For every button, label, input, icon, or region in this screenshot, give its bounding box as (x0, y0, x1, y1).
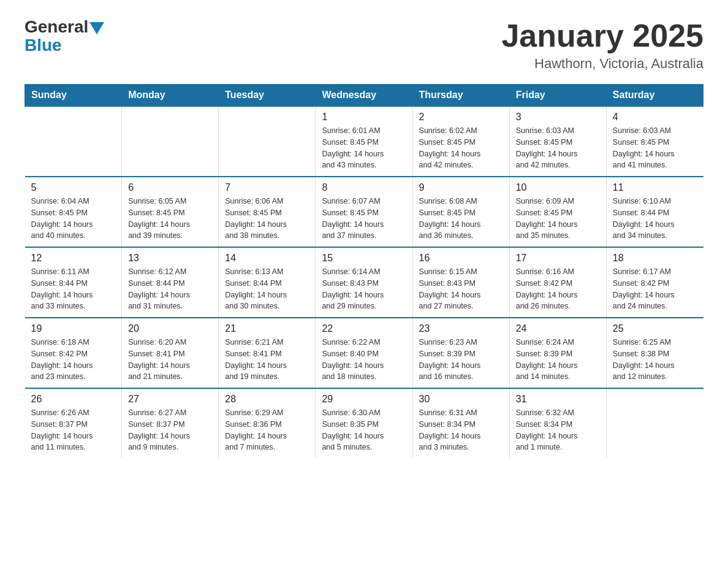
calendar-cell: 13Sunrise: 6:12 AMSunset: 8:44 PMDayligh… (122, 247, 219, 318)
day-number: 31 (516, 394, 600, 405)
day-info: Sunrise: 6:02 AMSunset: 8:45 PMDaylight:… (419, 125, 503, 171)
day-number: 13 (128, 253, 212, 264)
calendar-cell: 28Sunrise: 6:29 AMSunset: 8:36 PMDayligh… (219, 388, 316, 458)
day-number: 14 (225, 253, 309, 264)
calendar-cell: 10Sunrise: 6:09 AMSunset: 8:45 PMDayligh… (509, 177, 606, 247)
calendar-cell: 4Sunrise: 6:03 AMSunset: 8:45 PMDaylight… (606, 106, 703, 177)
day-number: 26 (31, 394, 116, 405)
day-info: Sunrise: 6:13 AMSunset: 8:44 PMDaylight:… (225, 266, 309, 312)
day-number: 11 (613, 182, 697, 193)
day-info: Sunrise: 6:24 AMSunset: 8:39 PMDaylight:… (516, 337, 600, 383)
day-info: Sunrise: 6:08 AMSunset: 8:45 PMDaylight:… (419, 196, 503, 242)
calendar-week-row: 12Sunrise: 6:11 AMSunset: 8:44 PMDayligh… (25, 247, 703, 318)
calendar-header: SundayMondayTuesdayWednesdayThursdayFrid… (25, 85, 703, 107)
calendar-week-row: 5Sunrise: 6:04 AMSunset: 8:45 PMDaylight… (25, 177, 703, 247)
day-info: Sunrise: 6:05 AMSunset: 8:45 PMDaylight:… (128, 196, 212, 242)
day-number: 7 (225, 182, 309, 193)
day-info: Sunrise: 6:32 AMSunset: 8:34 PMDaylight:… (516, 407, 600, 453)
header-cell-wednesday: Wednesday (316, 85, 412, 107)
day-number: 20 (128, 323, 212, 334)
header-cell-sunday: Sunday (25, 85, 122, 107)
calendar-cell: 5Sunrise: 6:04 AMSunset: 8:45 PMDaylight… (25, 177, 122, 247)
header-cell-tuesday: Tuesday (219, 85, 316, 107)
header-cell-friday: Friday (509, 85, 606, 107)
day-info: Sunrise: 6:03 AMSunset: 8:45 PMDaylight:… (613, 125, 697, 171)
day-info: Sunrise: 6:29 AMSunset: 8:36 PMDaylight:… (225, 407, 309, 453)
day-info: Sunrise: 6:16 AMSunset: 8:42 PMDaylight:… (516, 266, 600, 312)
day-number: 5 (31, 182, 116, 193)
day-number: 2 (419, 112, 503, 123)
day-info: Sunrise: 6:21 AMSunset: 8:41 PMDaylight:… (225, 337, 309, 383)
header-row: SundayMondayTuesdayWednesdayThursdayFrid… (25, 85, 703, 107)
page-subtitle: Hawthorn, Victoria, Australia (501, 56, 703, 72)
calendar-cell: 22Sunrise: 6:22 AMSunset: 8:40 PMDayligh… (316, 318, 412, 388)
calendar-table: SundayMondayTuesdayWednesdayThursdayFrid… (25, 84, 703, 458)
header-cell-saturday: Saturday (606, 85, 703, 107)
day-number: 9 (419, 182, 503, 193)
day-info: Sunrise: 6:25 AMSunset: 8:38 PMDaylight:… (613, 337, 697, 383)
day-number: 27 (128, 394, 212, 405)
calendar-cell: 24Sunrise: 6:24 AMSunset: 8:39 PMDayligh… (509, 318, 606, 388)
day-info: Sunrise: 6:06 AMSunset: 8:45 PMDaylight:… (225, 196, 309, 242)
calendar-cell: 31Sunrise: 6:32 AMSunset: 8:34 PMDayligh… (509, 388, 606, 458)
calendar-cell: 20Sunrise: 6:20 AMSunset: 8:41 PMDayligh… (122, 318, 219, 388)
day-number: 24 (516, 323, 600, 334)
day-info: Sunrise: 6:20 AMSunset: 8:41 PMDaylight:… (128, 337, 212, 383)
day-number: 21 (225, 323, 309, 334)
calendar-week-row: 19Sunrise: 6:18 AMSunset: 8:42 PMDayligh… (25, 318, 703, 388)
calendar-cell: 16Sunrise: 6:15 AMSunset: 8:43 PMDayligh… (412, 247, 509, 318)
day-info: Sunrise: 6:07 AMSunset: 8:45 PMDaylight:… (322, 196, 406, 242)
calendar-cell: 26Sunrise: 6:26 AMSunset: 8:37 PMDayligh… (25, 388, 122, 458)
day-info: Sunrise: 6:11 AMSunset: 8:44 PMDaylight:… (31, 266, 116, 312)
day-number: 30 (419, 394, 503, 405)
day-number: 6 (128, 182, 212, 193)
page-header: General Blue January 2025 Hawthorn, Vict… (25, 18, 703, 72)
day-info: Sunrise: 6:18 AMSunset: 8:42 PMDaylight:… (31, 337, 116, 383)
calendar-cell: 18Sunrise: 6:17 AMSunset: 8:42 PMDayligh… (606, 247, 703, 318)
calendar-cell: 23Sunrise: 6:23 AMSunset: 8:39 PMDayligh… (412, 318, 509, 388)
calendar-cell: 9Sunrise: 6:08 AMSunset: 8:45 PMDaylight… (412, 177, 509, 247)
day-number: 17 (516, 253, 600, 264)
calendar-week-row: 26Sunrise: 6:26 AMSunset: 8:37 PMDayligh… (25, 388, 703, 458)
calendar-cell (25, 106, 122, 177)
day-info: Sunrise: 6:01 AMSunset: 8:45 PMDaylight:… (322, 125, 406, 171)
calendar-cell: 6Sunrise: 6:05 AMSunset: 8:45 PMDaylight… (122, 177, 219, 247)
logo-triangle-icon (89, 22, 104, 34)
calendar-cell: 2Sunrise: 6:02 AMSunset: 8:45 PMDaylight… (412, 106, 509, 177)
day-number: 1 (322, 112, 406, 123)
day-number: 25 (613, 323, 697, 334)
calendar-week-row: 1Sunrise: 6:01 AMSunset: 8:45 PMDaylight… (25, 106, 703, 177)
day-number: 19 (31, 323, 116, 334)
day-number: 8 (322, 182, 406, 193)
day-info: Sunrise: 6:23 AMSunset: 8:39 PMDaylight:… (419, 337, 503, 383)
day-number: 4 (613, 112, 697, 123)
calendar-cell: 21Sunrise: 6:21 AMSunset: 8:41 PMDayligh… (219, 318, 316, 388)
day-info: Sunrise: 6:03 AMSunset: 8:45 PMDaylight:… (516, 125, 600, 171)
page-title: January 2025 (501, 18, 703, 53)
calendar-cell: 30Sunrise: 6:31 AMSunset: 8:34 PMDayligh… (412, 388, 509, 458)
day-info: Sunrise: 6:10 AMSunset: 8:44 PMDaylight:… (613, 196, 697, 242)
calendar-cell: 8Sunrise: 6:07 AMSunset: 8:45 PMDaylight… (316, 177, 412, 247)
calendar-cell (122, 106, 219, 177)
day-info: Sunrise: 6:31 AMSunset: 8:34 PMDaylight:… (419, 407, 503, 453)
header-cell-thursday: Thursday (412, 85, 509, 107)
day-number: 22 (322, 323, 406, 334)
day-number: 3 (516, 112, 600, 123)
calendar-cell: 15Sunrise: 6:14 AMSunset: 8:43 PMDayligh… (316, 247, 412, 318)
calendar-cell: 1Sunrise: 6:01 AMSunset: 8:45 PMDaylight… (316, 106, 412, 177)
calendar-cell (219, 106, 316, 177)
logo: General Blue (25, 18, 105, 55)
day-number: 16 (419, 253, 503, 264)
logo-blue-text: Blue (25, 36, 62, 55)
calendar-cell: 12Sunrise: 6:11 AMSunset: 8:44 PMDayligh… (25, 247, 122, 318)
title-area: January 2025 Hawthorn, Victoria, Austral… (501, 18, 703, 72)
calendar-cell: 19Sunrise: 6:18 AMSunset: 8:42 PMDayligh… (25, 318, 122, 388)
day-number: 15 (322, 253, 406, 264)
day-info: Sunrise: 6:14 AMSunset: 8:43 PMDaylight:… (322, 266, 406, 312)
day-info: Sunrise: 6:27 AMSunset: 8:37 PMDaylight:… (128, 407, 212, 453)
day-info: Sunrise: 6:22 AMSunset: 8:40 PMDaylight:… (322, 337, 406, 383)
day-number: 23 (419, 323, 503, 334)
calendar-cell: 14Sunrise: 6:13 AMSunset: 8:44 PMDayligh… (219, 247, 316, 318)
day-info: Sunrise: 6:12 AMSunset: 8:44 PMDaylight:… (128, 266, 212, 312)
calendar-cell (606, 388, 703, 458)
